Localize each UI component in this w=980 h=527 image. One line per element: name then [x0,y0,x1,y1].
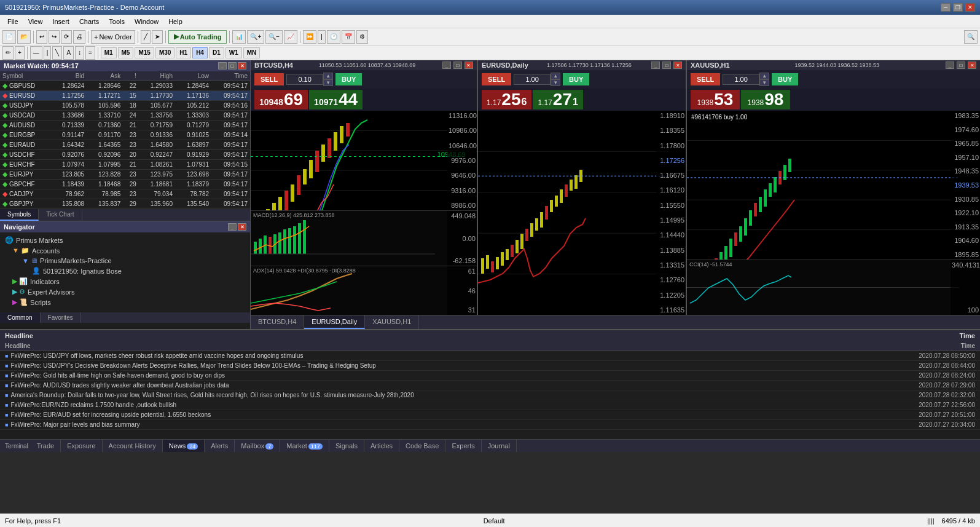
clock-button[interactable]: 🕐 [327,30,340,44]
line-tool-button[interactable]: ╱ [141,30,151,44]
close-button[interactable]: ✕ [965,3,975,12]
news-row-7[interactable]: ■FxWirePro: Major pair levels and bias s… [0,420,980,430]
arrow-draw-button[interactable]: ↕ [75,46,84,60]
tf-h1[interactable]: H1 [176,47,191,58]
menu-tools[interactable]: Tools [104,17,130,26]
nav-accounts[interactable]: ▼ 📁 Accounts [2,245,248,256]
tab-experts[interactable]: Experts [445,440,481,452]
tab-mailbox[interactable]: Mailbox7 [235,440,280,452]
hline-button[interactable]: — [30,46,42,60]
vline-button[interactable]: | [44,46,52,60]
options-button[interactable]: ⚙ [356,30,368,44]
tab-codebase[interactable]: Code Base [399,440,445,452]
btc-sell-button[interactable]: SELL [254,73,284,85]
btc-restore[interactable]: □ [453,61,462,69]
nav-tab-common[interactable]: Common [0,312,41,323]
chart-tab-btc[interactable]: BTCUSD,H4 [251,315,304,329]
btc-lot-up[interactable]: ▲ [323,73,333,79]
menu-window[interactable]: Window [130,17,163,26]
indicators-button[interactable]: 📈 [284,30,297,44]
new-order-button[interactable]: + New Order [91,30,135,44]
restore-button[interactable]: ❐ [953,3,963,12]
news-scroll[interactable]: Headline Time ■FxWirePro: USD/JPY off lo… [0,341,980,439]
news-row-3[interactable]: ■FxWirePro: AUD/USD trades slightly weak… [0,381,980,390]
text-button[interactable]: A [63,46,74,60]
mw-tab-symbols[interactable]: Symbols [0,209,39,221]
news-row-1[interactable]: ■FxWirePro: USD/JPY's Decisive Breakdown… [0,361,980,371]
open-button[interactable]: 📂 [17,30,31,44]
chart-tab-eur[interactable]: EURUSD,Daily [304,315,365,329]
btc-minimize[interactable]: _ [442,61,451,69]
xau-close[interactable]: ✕ [968,61,976,69]
xau-minimize[interactable]: _ [946,61,954,69]
btc-buy-button[interactable]: BUY [335,73,362,85]
fib-button[interactable]: ≈ [85,46,95,60]
tab-news[interactable]: News24 [163,440,205,452]
xau-restore[interactable]: □ [957,61,965,69]
nav-practice[interactable]: ▼ 🖥 PrimusMarkets-Practice [2,256,248,266]
btc-lot-input[interactable] [286,74,323,85]
autotrading-button[interactable]: ▶ Auto Trading [168,30,227,44]
mw-symbol-4[interactable]: ◆AUDUSD [0,121,50,130]
minimize-button[interactable]: ─ [941,3,951,12]
news-row-6[interactable]: ■FxWirePro: EUR/AUD set for increasing u… [0,410,980,420]
nav-account[interactable]: 👤 501921950: Ignatius Bose [2,266,248,276]
nav-indicators[interactable]: ▶ 📊 Indicators [2,276,248,287]
tab-market[interactable]: Market117 [280,440,329,452]
news-row-2[interactable]: ■FxWirePro: Gold hits all-time high on S… [0,371,980,381]
mw-symbol-2[interactable]: ◆USDJPY [0,101,50,111]
zoom-out-button[interactable]: 🔍− [265,30,283,44]
mw-symbol-11[interactable]: ◆CADJPY [0,189,50,199]
mw-symbol-6[interactable]: ◆EURAUD [0,140,50,150]
tf-mn[interactable]: MN [243,47,261,58]
search-button[interactable]: 🔍 [964,30,978,44]
mw-tab-tick[interactable]: Tick Chart [39,209,82,221]
chart-type-button[interactable]: 📊 [232,30,246,44]
draw-button[interactable]: ✏ [2,46,14,60]
nav-scripts[interactable]: ▶ 📜 Scripts [2,297,248,307]
mw-symbol-10[interactable]: ◆GBPCHF [0,180,50,189]
eur-lot-down[interactable]: ▼ [551,79,560,86]
menu-file[interactable]: File [2,17,23,26]
eur-lot-input[interactable] [514,74,551,85]
eur-sell-button[interactable]: SELL [482,73,511,85]
period-sep-button[interactable]: | [318,30,326,44]
tab-signals[interactable]: Signals [329,440,364,452]
forward-button[interactable]: ⏩ [303,30,316,44]
nav-minimize[interactable]: _ [228,223,237,231]
tf-m5[interactable]: M5 [118,47,134,58]
nav-experts[interactable]: ▶ ⚙ Expert Advisors [2,287,248,297]
nav-close[interactable]: ✕ [238,223,246,231]
xau-sell-button[interactable]: SELL [691,73,720,85]
mw-symbol-9[interactable]: ◆EURJPY [0,170,50,180]
mw-symbol-7[interactable]: ◆USDCHF [0,150,50,160]
btc-lot-down[interactable]: ▼ [323,79,333,86]
tf-h4[interactable]: H4 [192,47,208,58]
mw-symbol-12[interactable]: ◆GBPJPY [0,199,50,209]
nav-root[interactable]: 🌐 Primus Markets [2,235,248,245]
tf-m30[interactable]: M30 [155,47,174,58]
chart-tab-xau[interactable]: XAUUSD,H1 [365,315,419,329]
tab-journal[interactable]: Journal [482,440,517,452]
eur-restore[interactable]: □ [662,61,671,69]
xau-buy-button[interactable]: BUY [772,73,798,85]
mw-symbol-5[interactable]: ◆EURGBP [0,130,50,140]
cursor-button[interactable]: + [15,46,25,60]
xau-lot-up[interactable]: ▲ [759,73,769,79]
tab-alerts[interactable]: Alerts [205,440,235,452]
menu-help[interactable]: Help [163,17,187,26]
eur-minimize[interactable]: _ [651,61,660,69]
news-row-5[interactable]: ■FxWirePro:EUR/NZD reclaims 1.7500 handl… [0,400,980,410]
new-file-button[interactable]: 📄 [2,30,16,44]
calendar-button[interactable]: 📅 [342,30,355,44]
print-button[interactable]: 🖨 [73,30,85,44]
tf-m15[interactable]: M15 [135,47,154,58]
tab-account-history[interactable]: Account History [103,440,163,452]
mw-symbol-3[interactable]: ◆USDCAD [0,111,50,121]
eur-buy-button[interactable]: BUY [563,73,589,85]
xau-lot-down[interactable]: ▼ [759,79,769,86]
news-row-4[interactable]: ■America's Roundup: Dollar falls to two-… [0,390,980,400]
menu-view[interactable]: View [23,17,48,26]
tf-d1[interactable]: D1 [209,47,224,58]
xau-lot-input[interactable] [723,74,759,85]
